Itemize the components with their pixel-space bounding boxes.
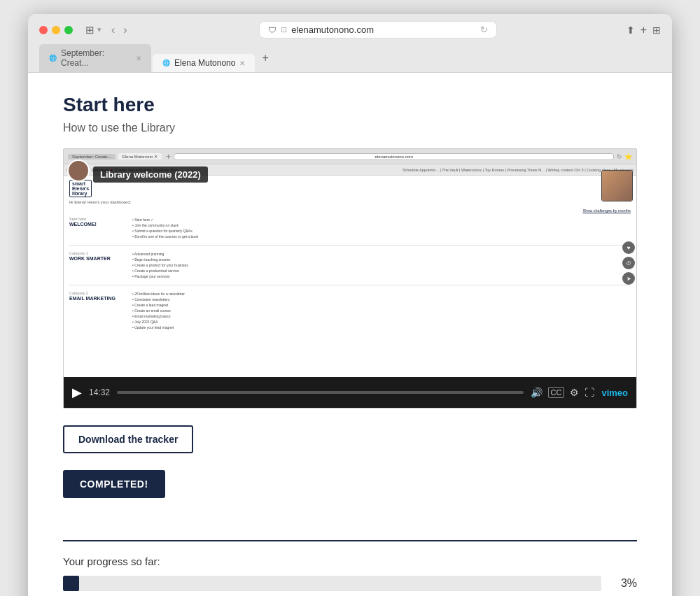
vimeo-logo: vimeo [601,388,628,398]
fullscreen-icon[interactable]: ⛶ [584,387,594,398]
video-icon-right: ♥ ⏱ ➤ [622,241,635,285]
inner-main: smartElena'slibrary Your account Hi Elen… [64,176,636,377]
video-preview: Library welcome (2022) ♥ ⏱ ➤ [64,149,636,408]
tab-favicon: 🌐 [49,55,57,62]
share-icon[interactable]: ➤ [622,272,635,285]
video-container: Library welcome (2022) ♥ ⏱ ➤ [63,148,637,409]
page-title: Start here [63,94,637,116]
video-controls: ▶ 14:32 🔊 CC ⚙ ⛶ vimeo [64,377,636,408]
tab-september[interactable]: 🌐 September: Creat... ✕ [39,44,151,72]
inner-cat-title-0: WELCOME! [69,222,118,227]
page-content: Start here How to use the Library Librar… [28,73,672,596]
tab-bar: 🌐 September: Creat... ✕ 🌐 Elena Mutonono… [39,44,661,72]
section-divider [63,540,637,541]
heart-icon[interactable]: ♥ [622,241,635,254]
clock-icon[interactable]: ⏱ [622,257,635,269]
video-user-overlay [601,170,633,201]
address-bar[interactable]: 🛡 ⊡ elenamutonono.com ↻ [259,21,497,38]
completed-button[interactable]: COMPLETED! [63,470,165,498]
tab-close-active-icon[interactable]: ✕ [239,59,245,67]
refresh-icon[interactable]: ↻ [480,24,488,35]
volume-icon[interactable]: 🔊 [531,387,542,398]
inner-cat-label-1: Category 1 [69,251,118,255]
progress-label: Your progress so far: [63,555,637,567]
inner-cat-bullets-1: • Advanced planning• Begin teaching smar… [132,251,188,279]
nav-buttons: ‹ › [108,22,130,38]
inner-show-challenges: Show challenges by months [583,208,631,213]
tab-icon: ⊡ [281,25,287,34]
inner-dashboard-header: Show challenges by months [69,208,631,213]
browser-chrome: ⊞ ▾ ‹ › 🛡 ⊡ elenamutonono.com ↻ ⬆ + ⊞ [28,14,672,73]
video-overlay-title: Library welcome (2022) [93,166,208,183]
progress-bar-fill [63,576,79,591]
inner-tab-september: September: Create... [68,154,115,159]
tab-close-icon[interactable]: ✕ [136,55,141,62]
new-tab-icon[interactable]: + [640,24,647,36]
traffic-lights [39,26,73,34]
video-control-icons: 🔊 CC ⚙ ⛶ [531,387,595,398]
forward-button[interactable]: › [120,22,130,38]
tab-elena[interactable]: 🌐 Elena Mutonono ✕ [153,54,255,72]
completed-section: COMPLETED! [63,470,637,519]
progress-bar-track [63,576,601,591]
inner-category-work: Category 1 WORK SMARTER • Advanced plann… [69,251,631,285]
tab-favicon-active: 🌐 [162,59,170,66]
page-subtitle: How to use the Library [63,122,637,134]
minimize-button[interactable] [52,26,60,34]
maximize-button[interactable] [64,26,73,34]
play-button[interactable]: ▶ [72,385,82,400]
close-button[interactable] [39,26,48,34]
grid-icon[interactable]: ⊞ [652,24,661,36]
video-preview-inner: Library welcome (2022) ♥ ⏱ ➤ [64,149,636,377]
inner-cat-bullets-0: • Start here ✓• Join the community on sl… [132,217,198,239]
inner-cat-title-1: WORK SMARTER [69,256,118,261]
inner-browser-screenshot: Library welcome (2022) ♥ ⏱ ➤ [64,149,636,377]
inner-cat-label-0: Start here [69,217,118,221]
browser-actions: ⬆ + ⊞ [626,24,661,36]
shield-icon: 🛡 [268,25,276,35]
progress-bar-container: 3% [63,576,637,591]
video-time: 14:32 [89,388,110,397]
progress-section: Your progress so far: 3% [63,555,637,591]
url-text: elenamutonono.com [291,24,374,35]
browser-window: ⊞ ▾ ‹ › 🛡 ⊡ elenamutonono.com ↻ ⬆ + ⊞ [28,14,672,596]
progress-percent: 3% [612,577,637,590]
tab-label-active: Elena Mutonono [174,58,235,68]
video-progress-bar[interactable] [117,391,524,394]
captions-icon[interactable]: CC [548,387,565,398]
inner-browser-chrome: September: Create... Elena Mutonono ✕ + … [64,149,636,164]
browser-top-bar: ⊞ ▾ ‹ › 🛡 ⊡ elenamutonono.com ↻ ⬆ + ⊞ [39,21,661,38]
inner-tab-elena: Elena Mutonono ✕ [118,153,162,159]
inner-category-email: Category 2 EMAIL MARKETING • 25 brillian… [69,291,631,336]
download-section: Download the tracker [63,425,637,464]
download-tracker-button[interactable]: Download the tracker [63,425,193,453]
inner-dashboard-greeting: Hi Elena! Here's your dashboard: [69,200,631,204]
inner-address-bar: elenamutonono.com [174,153,614,160]
address-bar-container: 🛡 ⊡ elenamutonono.com ↻ [137,21,620,38]
new-tab-button[interactable]: + [256,49,274,67]
inner-bookmarks: Schedule Appointm... | The Vault | Water… [402,168,634,172]
inner-cat-title-2: EMAIL MARKETING [69,296,118,301]
inner-cat-label-2: Category 2 [69,291,118,295]
share-icon[interactable]: ⬆ [626,24,635,36]
back-button[interactable]: ‹ [108,22,118,38]
inner-cat-bullets-2: • 25 brilliant ideas for a newsletter• C… [132,291,185,330]
video-avatar-overlay [67,159,90,182]
inner-logo: smartElena'slibrary [69,180,92,197]
sidebar-toggle[interactable]: ⊞ ▾ [85,24,102,36]
inner-category-start: Start here WELCOME! • Start here ✓• Join… [69,217,631,246]
tab-label: September: Creat... [61,48,132,68]
settings-icon[interactable]: ⚙ [570,387,579,398]
inner-content: smartElena'slibrary Your account Hi Elen… [64,176,636,377]
